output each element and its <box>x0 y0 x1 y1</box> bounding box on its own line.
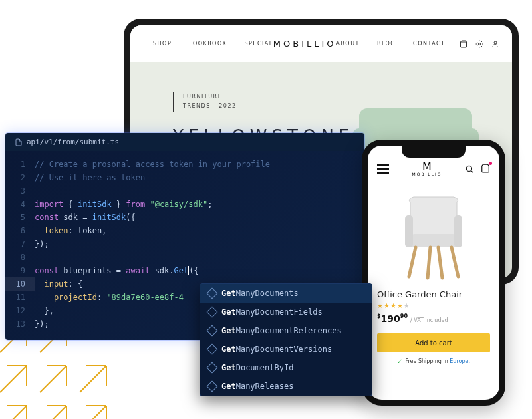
cart-icon[interactable] <box>481 163 490 176</box>
autocomplete-item[interactable]: GetManyReleases <box>200 377 372 396</box>
editor-filename: api/v1/from/submit.ts <box>27 138 119 146</box>
nav-link-lookbook[interactable]: LOOKBOOK <box>189 41 227 47</box>
nav-link-contact[interactable]: CONTACT <box>413 41 445 47</box>
rating-stars: ★★★★★ <box>377 302 490 309</box>
autocomplete-item[interactable]: GetDocumentById <box>200 358 372 377</box>
add-to-cart-button[interactable]: Add to cart <box>377 333 490 352</box>
autocomplete-item[interactable]: GetManyDocumentReferences <box>200 321 372 340</box>
cube-icon <box>207 381 218 392</box>
tablet-header: SHOP LOOKBOOK SPECIAL MOBILLIO ABOUT BLO… <box>130 25 512 62</box>
svg-line-22 <box>438 247 442 278</box>
tablet-nav-left: SHOP LOOKBOOK SPECIAL <box>153 41 273 47</box>
phone-product <box>368 182 499 285</box>
shipping-note: ✓ Free Shipping in Europe. <box>368 358 499 365</box>
autocomplete-item[interactable]: GetManyDocumentVersions <box>200 340 372 358</box>
cube-icon <box>207 307 218 318</box>
cube-icon <box>207 325 218 337</box>
shipping-link[interactable]: Europe. <box>450 358 470 364</box>
gear-icon[interactable] <box>475 40 483 48</box>
svg-line-14 <box>471 170 473 172</box>
nav-link-about[interactable]: ABOUT <box>336 41 360 47</box>
autocomplete-popup: GetManyDocuments GetManyDocumentFields G… <box>200 283 372 396</box>
svg-point-13 <box>466 166 471 171</box>
product-name: Office Garden Chair <box>377 289 490 299</box>
nav-link-blog[interactable]: BLOG <box>377 41 396 47</box>
svg-rect-17 <box>405 215 413 247</box>
product-image <box>377 186 490 285</box>
file-icon <box>15 138 23 146</box>
phone-frame: M MOBILLIO Office Garden Chair ★★★★★ $ <box>362 140 505 406</box>
user-icon[interactable] <box>491 40 499 48</box>
cube-icon <box>207 362 218 374</box>
nav-link-special[interactable]: SPECIAL <box>244 41 273 47</box>
check-icon: ✓ <box>397 358 402 365</box>
phone-notch <box>402 146 466 158</box>
product-info: Office Garden Chair ★★★★★ $19090/ VAT in… <box>368 285 499 328</box>
svg-line-21 <box>428 247 430 278</box>
svg-line-19 <box>409 247 416 277</box>
svg-rect-18 <box>454 215 462 247</box>
cube-icon <box>207 288 218 299</box>
autocomplete-item[interactable]: GetManyDocuments <box>200 284 372 303</box>
menu-icon[interactable] <box>377 164 389 174</box>
svg-line-20 <box>452 247 458 277</box>
tablet-brand: MOBILLIO <box>273 39 336 49</box>
svg-rect-16 <box>410 234 457 247</box>
autocomplete-item[interactable]: GetManyDocumentFields <box>200 303 372 321</box>
cart-icon[interactable] <box>460 40 467 48</box>
line-gutter: 1 2 3 4 5 6 7 8 9 10 11 12 13 <box>5 158 35 331</box>
nav-link-shop[interactable]: SHOP <box>153 41 172 47</box>
product-price: $19090/ VAT included <box>377 313 490 324</box>
svg-point-2 <box>494 41 497 44</box>
search-icon[interactable] <box>465 164 474 174</box>
editor-tab[interactable]: api/v1/from/submit.ts <box>5 133 364 151</box>
cube-icon <box>207 344 218 355</box>
phone-brand: M MOBILLIO <box>412 162 442 176</box>
svg-point-1 <box>479 43 481 45</box>
tablet-nav-right: ABOUT BLOG CONTACT <box>336 41 446 47</box>
